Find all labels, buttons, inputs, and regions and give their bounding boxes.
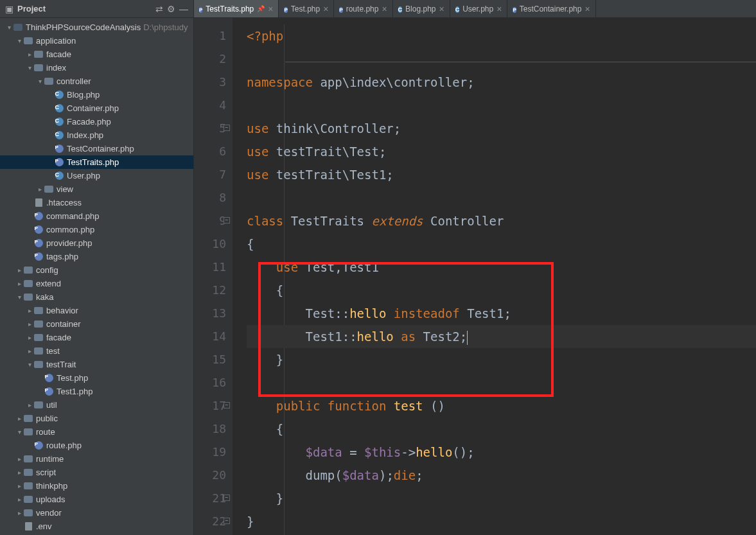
tree-node-tags-php[interactable]: ▸Ptags.php bbox=[0, 250, 193, 263]
fold-icon[interactable]: − bbox=[224, 402, 230, 408]
tree-node--htaccess[interactable]: ▸.htaccess bbox=[0, 196, 193, 209]
expand-arrow[interactable]: ▸ bbox=[15, 469, 23, 476]
tab-user-php[interactable]: CUser.php× bbox=[450, 0, 508, 17]
pin-icon[interactable]: 📌 bbox=[257, 5, 265, 12]
expand-arrow[interactable]: ▾ bbox=[5, 24, 13, 31]
line-number[interactable]: 9− bbox=[194, 209, 226, 232]
tree-node-controller[interactable]: ▾controller bbox=[0, 75, 193, 88]
tree-node-kaka[interactable]: ▾kaka bbox=[0, 290, 193, 304]
line-number[interactable]: 6 bbox=[194, 140, 226, 163]
line-number[interactable]: 10 bbox=[194, 232, 226, 256]
line-number[interactable]: 15 bbox=[194, 348, 226, 371]
line-number[interactable]: 11 bbox=[194, 256, 226, 279]
collapse-icon[interactable]: ⇄ bbox=[155, 4, 163, 14]
line-number[interactable]: 17− bbox=[194, 394, 226, 417]
tree-node-testtraits-php[interactable]: ▸PTestTraits.php bbox=[0, 155, 193, 169]
line-number[interactable]: 7 bbox=[194, 163, 226, 186]
line-number[interactable]: 18 bbox=[194, 417, 226, 441]
tree-node-thinkphp[interactable]: ▸thinkphp bbox=[0, 479, 193, 493]
line-number[interactable]: 22− bbox=[194, 510, 226, 533]
line-number[interactable]: 8 bbox=[194, 186, 226, 209]
tree-node-test[interactable]: ▸test bbox=[0, 344, 193, 358]
tab-route-php[interactable]: Proute.php× bbox=[334, 0, 392, 17]
tree-node-route[interactable]: ▾route bbox=[0, 425, 193, 439]
close-icon[interactable]: × bbox=[323, 4, 328, 14]
tree-node--env[interactable]: ▸.env bbox=[0, 520, 193, 533]
fold-icon[interactable]: − bbox=[224, 217, 230, 224]
close-icon[interactable]: × bbox=[497, 4, 502, 14]
close-icon[interactable]: × bbox=[268, 4, 273, 14]
code-area[interactable]: 12345−6789−1011121314151617−18192021−22−… bbox=[194, 18, 756, 535]
expand-arrow[interactable]: ▾ bbox=[26, 64, 33, 71]
tree-node-user-php[interactable]: ▸CUser.php bbox=[0, 169, 193, 182]
expand-arrow[interactable]: ▾ bbox=[26, 361, 33, 368]
tree-node-script[interactable]: ▸script bbox=[0, 466, 193, 479]
tab-testtraits-php[interactable]: PTestTraits.php📌× bbox=[194, 0, 279, 17]
tab-blog-php[interactable]: CBlog.php× bbox=[393, 0, 450, 17]
fold-icon[interactable]: − bbox=[224, 125, 230, 131]
expand-arrow[interactable]: ▸ bbox=[15, 482, 23, 489]
tree-node-test-php[interactable]: ▸PTest.php bbox=[0, 371, 193, 385]
tree-node-view[interactable]: ▸view bbox=[0, 182, 193, 196]
line-number[interactable]: 12 bbox=[194, 279, 226, 302]
project-tree[interactable]: ▾ThinkPHPSourceCodeAnalysisD:\phpstudy▾a… bbox=[0, 18, 193, 535]
code-content[interactable]: <?php namespace app\index\controller; us… bbox=[233, 18, 756, 535]
line-number[interactable]: 14 bbox=[194, 325, 226, 348]
tree-node-blog-php[interactable]: ▸CBlog.php bbox=[0, 88, 193, 101]
tree-node-container[interactable]: ▸container bbox=[0, 317, 193, 331]
line-number[interactable]: 16 bbox=[194, 371, 226, 394]
expand-arrow[interactable]: ▸ bbox=[15, 267, 23, 274]
tree-node-facade-php[interactable]: ▸CFacade.php bbox=[0, 115, 193, 128]
tree-node-util[interactable]: ▸util bbox=[0, 398, 193, 412]
expand-arrow[interactable]: ▸ bbox=[26, 347, 33, 355]
tree-node-index[interactable]: ▾index bbox=[0, 61, 193, 75]
line-number[interactable]: 20 bbox=[194, 464, 226, 487]
tree-node-common-php[interactable]: ▸Pcommon.php bbox=[0, 223, 193, 236]
tree-node-thinkphpsourcecodeanalysis[interactable]: ▾ThinkPHPSourceCodeAnalysisD:\phpstudy bbox=[0, 21, 193, 34]
expand-arrow[interactable]: ▾ bbox=[15, 428, 23, 435]
expand-arrow[interactable]: ▸ bbox=[15, 455, 23, 462]
tree-node-runtime[interactable]: ▸runtime bbox=[0, 452, 193, 466]
expand-arrow[interactable]: ▸ bbox=[26, 401, 33, 408]
expand-arrow[interactable]: ▾ bbox=[36, 78, 44, 85]
tab-testcontainer-php[interactable]: PTestContainer.php× bbox=[507, 0, 595, 17]
tree-node-public[interactable]: ▸public bbox=[0, 412, 193, 425]
expand-arrow[interactable]: ▸ bbox=[26, 320, 33, 328]
expand-arrow[interactable]: ▾ bbox=[15, 294, 23, 301]
tree-node-behavior[interactable]: ▸behavior bbox=[0, 304, 193, 317]
tree-node-route-php[interactable]: ▸Proute.php bbox=[0, 439, 193, 452]
tree-node-application[interactable]: ▾application bbox=[0, 34, 193, 48]
minimize-icon[interactable]: — bbox=[179, 4, 188, 14]
expand-arrow[interactable]: ▸ bbox=[15, 415, 23, 422]
fold-icon[interactable]: − bbox=[224, 495, 230, 501]
tree-node-vendor[interactable]: ▸vendor bbox=[0, 506, 193, 520]
tree-node-command-php[interactable]: ▸Pcommand.php bbox=[0, 209, 193, 223]
line-number[interactable]: 4 bbox=[194, 94, 226, 117]
tree-node-config[interactable]: ▸config bbox=[0, 263, 193, 277]
expand-arrow[interactable]: ▸ bbox=[15, 496, 23, 503]
tree-node-provider-php[interactable]: ▸Pprovider.php bbox=[0, 236, 193, 250]
line-number[interactable]: 2 bbox=[194, 48, 226, 71]
line-number[interactable]: 1 bbox=[194, 24, 226, 48]
expand-arrow[interactable]: ▸ bbox=[26, 51, 33, 58]
close-icon[interactable]: × bbox=[382, 4, 387, 14]
tree-node-uploads[interactable]: ▸uploads bbox=[0, 493, 193, 506]
expand-arrow[interactable]: ▸ bbox=[15, 280, 23, 287]
tree-node-testtrait[interactable]: ▾testTrait bbox=[0, 358, 193, 371]
tree-node-container-php[interactable]: ▸CContainer.php bbox=[0, 101, 193, 115]
tree-node-extend[interactable]: ▸extend bbox=[0, 277, 193, 290]
tree-node-facade[interactable]: ▸facade bbox=[0, 48, 193, 61]
expand-arrow[interactable]: ▾ bbox=[15, 37, 23, 44]
expand-arrow[interactable]: ▸ bbox=[36, 186, 44, 193]
expand-arrow[interactable]: ▸ bbox=[15, 509, 23, 516]
line-number[interactable]: 3 bbox=[194, 71, 226, 94]
tab-test-php[interactable]: PTest.php× bbox=[279, 0, 334, 17]
gear-icon[interactable]: ⚙ bbox=[167, 4, 175, 14]
line-number[interactable]: 19 bbox=[194, 441, 226, 464]
tree-node-testcontainer-php[interactable]: ▸PTestContainer.php bbox=[0, 142, 193, 155]
close-icon[interactable]: × bbox=[585, 4, 590, 14]
tree-node-facade[interactable]: ▸facade bbox=[0, 331, 193, 344]
tree-node-index-php[interactable]: ▸CIndex.php bbox=[0, 128, 193, 142]
expand-arrow[interactable]: ▸ bbox=[26, 334, 33, 341]
line-number[interactable]: 13 bbox=[194, 302, 226, 325]
